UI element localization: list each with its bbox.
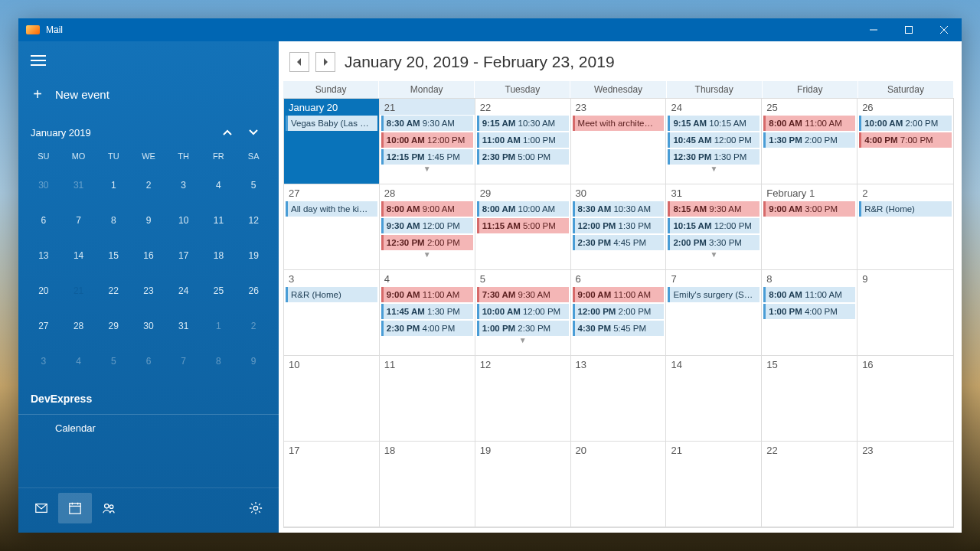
mini-day[interactable]: 20 xyxy=(26,278,61,304)
mini-day[interactable]: 5 xyxy=(236,172,271,198)
calendar-cell[interactable]: 57:30 AM 9:30 AM10:00 AM 12:00 PM1:00 PM… xyxy=(475,270,571,356)
calendar-cell[interactable]: 3R&R (Home) xyxy=(284,270,380,356)
calendar-event[interactable]: 9:00 AM 3:00 PM xyxy=(763,201,855,217)
scroll-up-icon[interactable]: ▲ xyxy=(953,99,954,109)
mini-day[interactable]: 15 xyxy=(96,243,131,269)
calendar-cell[interactable]: February 19:00 AM 3:00 PM xyxy=(762,184,858,270)
close-button[interactable] xyxy=(926,18,962,41)
calendar-event[interactable]: 11:15 AM 5:00 PM xyxy=(477,218,569,233)
mini-day[interactable]: 22 xyxy=(96,278,131,304)
calendar-cell[interactable]: 229:15 AM 10:30 AM11:00 AM 1:00 PM2:30 P… xyxy=(475,99,571,184)
account-label[interactable]: DevExpress xyxy=(18,379,279,414)
calendar-event[interactable]: 4:30 PM 5:45 PM xyxy=(573,321,665,336)
calendar-event[interactable]: 10:15 AM 12:00 PM xyxy=(668,218,760,233)
new-event-button[interactable]: + New event xyxy=(18,72,279,119)
calendar-cell[interactable]: 49:00 AM 11:00 AM11:45 AM 1:30 PM2:30 PM… xyxy=(380,270,475,356)
calendar-event[interactable]: 8:00 AM 11:00 AM xyxy=(763,116,855,131)
calendar-cell[interactable]: 218:30 AM 9:30 AM10:00 AM 12:00 PM12:15 … xyxy=(380,99,475,184)
calendar-event[interactable]: 10:45 AM 12:00 PM xyxy=(668,132,760,148)
calendar-event[interactable]: 7:30 AM 9:30 AM xyxy=(477,287,569,302)
hamburger-button[interactable] xyxy=(18,41,279,72)
calendar-cell[interactable]: 308:30 AM 10:30 AM12:00 PM 1:30 PM2:30 P… xyxy=(571,184,667,270)
mini-calendar-month[interactable]: January 2019 xyxy=(31,127,91,139)
calendar-event[interactable]: Vegas Baby (Las V… xyxy=(286,116,377,131)
calendar-cell[interactable]: 21 xyxy=(666,442,762,527)
calendar-cell[interactable]: 69:00 AM 11:00 AM12:00 PM 2:00 PM4:30 PM… xyxy=(571,270,667,356)
titlebar[interactable]: Mail xyxy=(18,18,962,41)
calendar-event[interactable]: 12:30 PM 1:30 PM xyxy=(668,149,760,165)
calendar-event[interactable]: 1:30 PM 2:00 PM xyxy=(763,132,855,148)
mini-day[interactable]: 28 xyxy=(61,313,96,339)
calendar-event[interactable]: 4:00 PM 7:00 PM xyxy=(859,132,952,148)
scrollbar[interactable]: ▲ ▼ xyxy=(953,99,954,527)
calendar-tab-icon[interactable] xyxy=(58,493,92,523)
calendar-cell[interactable]: 9 xyxy=(858,270,953,356)
mini-day[interactable]: 14 xyxy=(61,243,96,269)
mail-tab-icon[interactable] xyxy=(24,493,58,523)
calendar-cell[interactable]: 15 xyxy=(762,356,858,442)
calendar-event[interactable]: 9:00 AM 11:00 AM xyxy=(573,287,665,302)
next-range-button[interactable] xyxy=(315,52,335,72)
calendar-event[interactable]: 8:30 AM 9:30 AM xyxy=(381,116,473,131)
mini-day[interactable]: 16 xyxy=(131,243,166,269)
mini-day[interactable]: 8 xyxy=(96,207,131,233)
calendar-event[interactable]: 8:00 AM 9:00 AM xyxy=(381,201,473,217)
mini-day[interactable]: 26 xyxy=(236,278,271,304)
prev-range-button[interactable] xyxy=(289,52,309,72)
calendar-cell[interactable]: 2R&R (Home) xyxy=(858,184,953,270)
calendar-event[interactable]: 1:00 PM 4:00 PM xyxy=(763,304,855,319)
more-events-icon[interactable]: ▼ xyxy=(710,165,717,173)
calendar-event[interactable]: 9:15 AM 10:30 AM xyxy=(477,116,569,131)
minimize-button[interactable] xyxy=(856,18,891,41)
calendar-event[interactable]: 12:00 PM 2:00 PM xyxy=(573,304,665,319)
more-events-icon[interactable]: ▼ xyxy=(710,250,717,259)
calendar-event[interactable]: 1:00 PM 2:30 PM xyxy=(477,321,569,336)
calendar-cell[interactable]: 88:00 AM 11:00 AM1:00 PM 4:00 PM xyxy=(762,270,858,356)
more-events-icon[interactable]: ▼ xyxy=(519,336,527,344)
mini-day[interactable]: 18 xyxy=(201,243,237,269)
calendar-cell[interactable]: 27All day with the ki… xyxy=(284,184,380,270)
mini-day[interactable]: 30 xyxy=(26,172,61,198)
calendar-event[interactable]: 9:30 AM 12:00 PM xyxy=(381,218,473,233)
calendar-cell[interactable]: 10 xyxy=(284,356,380,442)
mini-day[interactable]: 27 xyxy=(26,313,61,339)
mini-day[interactable]: 19 xyxy=(236,243,271,269)
calendar-event[interactable]: 12:15 PM 1:45 PM xyxy=(381,149,473,165)
calendar-event[interactable]: R&R (Home) xyxy=(286,287,377,302)
calendar-event[interactable]: 9:15 AM 10:15 AM xyxy=(668,116,760,131)
mini-day[interactable]: 31 xyxy=(61,172,96,198)
calendar-event[interactable]: 2:30 PM 5:00 PM xyxy=(477,149,569,165)
calendar-event[interactable]: Meet with archite… xyxy=(573,116,665,131)
calendar-event[interactable]: 8:30 AM 10:30 AM xyxy=(573,201,665,217)
calendar-event[interactable]: R&R (Home) xyxy=(859,201,952,217)
calendar-cell[interactable]: 11 xyxy=(380,356,475,442)
calendar-event[interactable]: All day with the ki… xyxy=(286,201,377,217)
calendar-event[interactable]: 12:00 PM 1:30 PM xyxy=(573,218,665,233)
calendar-cell[interactable]: 20 xyxy=(571,442,667,527)
mini-day[interactable]: 4 xyxy=(201,172,237,198)
calendar-event[interactable]: 9:00 AM 11:00 AM xyxy=(381,287,473,302)
mini-day[interactable]: 29 xyxy=(96,313,131,339)
mini-day[interactable]: 12 xyxy=(236,207,271,233)
settings-icon[interactable] xyxy=(239,493,273,523)
calendar-cell[interactable]: 16 xyxy=(858,356,953,442)
mini-day[interactable]: 10 xyxy=(166,207,201,233)
calendar-event[interactable]: 10:00 AM 12:00 PM xyxy=(477,304,569,319)
mini-day[interactable]: 3 xyxy=(166,172,201,198)
calendar-cell[interactable]: 298:00 AM 10:00 AM11:15 AM 5:00 PM xyxy=(475,184,571,270)
mini-day[interactable]: 5 xyxy=(96,348,131,374)
mini-day[interactable]: 21 xyxy=(61,278,96,304)
mini-day[interactable]: 1 xyxy=(201,313,237,339)
calendar-event[interactable]: 2:00 PM 3:30 PM xyxy=(668,235,760,250)
mini-day[interactable]: 7 xyxy=(61,207,96,233)
calendar-cell[interactable]: 13 xyxy=(571,356,667,442)
calendar-item[interactable]: Calendar xyxy=(18,414,279,442)
mini-day[interactable]: 30 xyxy=(131,313,166,339)
calendar-event[interactable]: 10:00 AM 12:00 PM xyxy=(381,132,473,148)
calendar-event[interactable]: 11:00 AM 1:00 PM xyxy=(477,132,569,148)
calendar-cell[interactable]: 23Meet with archite… xyxy=(571,99,667,184)
calendar-cell[interactable]: 14 xyxy=(666,356,762,442)
mini-day[interactable]: 31 xyxy=(166,313,201,339)
mini-day[interactable]: 6 xyxy=(131,348,166,374)
calendar-cell[interactable]: 12 xyxy=(475,356,571,442)
